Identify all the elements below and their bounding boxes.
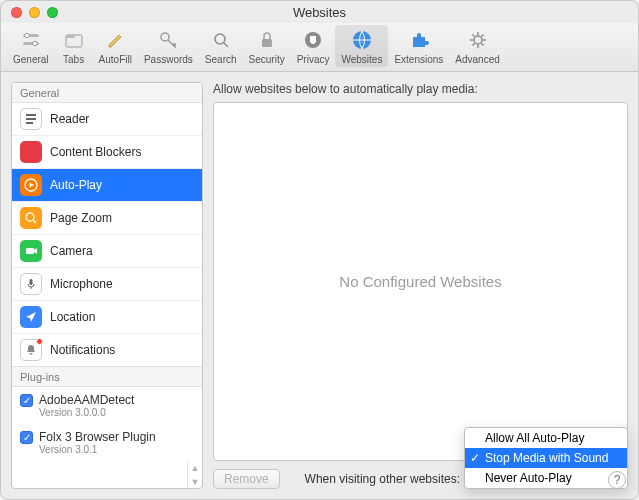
- toolbar-privacy[interactable]: Privacy: [291, 25, 336, 67]
- plugin-meta: AdobeAAMDetect Version 3.0.0.0: [39, 393, 134, 418]
- sidebar-item-label: Microphone: [50, 277, 113, 291]
- sidebar-item-label: Location: [50, 310, 95, 324]
- svg-rect-21: [30, 279, 33, 285]
- dropdown-option[interactable]: Allow All Auto-Play: [465, 428, 627, 448]
- configured-websites-list[interactable]: No Configured Websites: [213, 102, 628, 461]
- empty-state-text: No Configured Websites: [339, 273, 501, 290]
- toolbar-label: Websites: [341, 54, 382, 65]
- dropdown-option[interactable]: Never Auto-Play: [465, 468, 627, 488]
- svg-marker-22: [26, 312, 36, 322]
- plugin-version: Version 3.0.0.0: [39, 407, 134, 418]
- sidebar-item-camera[interactable]: Camera: [12, 235, 202, 268]
- toolbar-general[interactable]: General: [7, 25, 55, 67]
- sidebar-item-label: Page Zoom: [50, 211, 112, 225]
- svg-rect-12: [26, 114, 36, 116]
- toolbar-label: Extensions: [394, 54, 443, 65]
- toolbar-security[interactable]: Security: [243, 25, 291, 67]
- svg-rect-8: [262, 39, 272, 47]
- location-icon: [20, 306, 42, 328]
- plugin-version: Version 3.0.1: [39, 444, 156, 455]
- sidebar: General Reader Content Blockers Auto-Pla…: [11, 82, 203, 489]
- main-heading: Allow websites below to automatically pl…: [213, 82, 628, 96]
- microphone-icon: [20, 273, 42, 295]
- bell-icon: [20, 339, 42, 361]
- svg-marker-20: [34, 248, 37, 254]
- content-area: General Reader Content Blockers Auto-Pla…: [1, 72, 638, 499]
- sidebar-item-label: Auto-Play: [50, 178, 102, 192]
- svg-rect-14: [26, 122, 33, 124]
- sidebar-item-auto-play[interactable]: Auto-Play: [12, 169, 202, 202]
- plugin-meta: Folx 3 Browser Plugin Version 3.0.1: [39, 430, 156, 455]
- plugin-item[interactable]: ✓ AdobeAAMDetect Version 3.0.0.0: [12, 387, 202, 424]
- svg-marker-15: [25, 146, 37, 158]
- toolbar-websites[interactable]: Websites: [335, 25, 388, 67]
- svg-point-3: [33, 41, 37, 45]
- svg-marker-17: [30, 183, 35, 188]
- svg-rect-5: [66, 35, 75, 38]
- svg-point-6: [161, 33, 169, 41]
- zoom-window-button[interactable]: [47, 7, 58, 18]
- puzzle-icon: [406, 27, 432, 53]
- switches-icon: [18, 27, 44, 53]
- sidebar-item-label: Content Blockers: [50, 145, 141, 159]
- gear-icon: [465, 27, 491, 53]
- remove-button[interactable]: Remove: [213, 469, 280, 489]
- sidebar-item-location[interactable]: Location: [12, 301, 202, 334]
- svg-point-1: [25, 33, 29, 37]
- globe-icon: [349, 27, 375, 53]
- minimize-window-button[interactable]: [29, 7, 40, 18]
- plugin-item[interactable]: ✓ Folx 3 Browser Plugin Version 3.0.1: [12, 424, 202, 461]
- scroll-down-icon[interactable]: ▼: [191, 475, 200, 489]
- toolbar-label: Tabs: [63, 54, 84, 65]
- svg-point-11: [474, 36, 482, 44]
- sidebar-general-list: Reader Content Blockers Auto-Play Page Z…: [12, 103, 202, 366]
- svg-rect-19: [26, 248, 34, 254]
- toolbar-label: AutoFill: [99, 54, 132, 65]
- hand-icon: [300, 27, 326, 53]
- sidebar-scrollbar[interactable]: ▲ ▼: [187, 461, 202, 488]
- sidebar-item-reader[interactable]: Reader: [12, 103, 202, 136]
- toolbar: General Tabs AutoFill Passwords Search S…: [1, 23, 638, 72]
- play-icon: [20, 174, 42, 196]
- badge-dot-icon: [36, 338, 43, 345]
- sidebar-item-content-blockers[interactable]: Content Blockers: [12, 136, 202, 169]
- sidebar-item-label: Camera: [50, 244, 93, 258]
- sidebar-item-page-zoom[interactable]: Page Zoom: [12, 202, 202, 235]
- stop-icon: [20, 141, 42, 163]
- sidebar-item-microphone[interactable]: Microphone: [12, 268, 202, 301]
- toolbar-label: Advanced: [455, 54, 499, 65]
- other-websites-dropdown[interactable]: Allow All Auto-Play Stop Media with Soun…: [464, 427, 628, 489]
- toolbar-label: Privacy: [297, 54, 330, 65]
- toolbar-label: Search: [205, 54, 237, 65]
- scroll-up-icon[interactable]: ▲: [191, 461, 200, 475]
- bottom-controls: Remove When visiting other websites: All…: [213, 461, 628, 489]
- sidebar-item-label: Notifications: [50, 343, 115, 357]
- main-panel: Allow websites below to automatically pl…: [213, 82, 628, 489]
- toolbar-autofill[interactable]: AutoFill: [93, 25, 138, 67]
- sidebar-spacer: ▲ ▼: [12, 461, 202, 488]
- traffic-lights: [1, 7, 58, 18]
- dropdown-option-selected[interactable]: Stop Media with Sound: [465, 448, 627, 468]
- key-icon: [155, 27, 181, 53]
- svg-rect-13: [26, 118, 36, 120]
- toolbar-tabs[interactable]: Tabs: [55, 25, 93, 67]
- toolbar-advanced[interactable]: Advanced: [449, 25, 505, 67]
- toolbar-passwords[interactable]: Passwords: [138, 25, 199, 67]
- plugin-name: Folx 3 Browser Plugin: [39, 430, 156, 444]
- toolbar-label: General: [13, 54, 49, 65]
- plugin-checkbox[interactable]: ✓: [20, 394, 33, 407]
- tab-icon: [61, 27, 87, 53]
- help-button[interactable]: ?: [608, 471, 626, 489]
- toolbar-extensions[interactable]: Extensions: [388, 25, 449, 67]
- titlebar: Websites: [1, 1, 638, 23]
- reader-icon: [20, 108, 42, 130]
- zoom-icon: [20, 207, 42, 229]
- svg-point-7: [215, 34, 225, 44]
- plugin-checkbox[interactable]: ✓: [20, 431, 33, 444]
- toolbar-search[interactable]: Search: [199, 25, 243, 67]
- close-window-button[interactable]: [11, 7, 22, 18]
- plugin-name: AdobeAAMDetect: [39, 393, 134, 407]
- sidebar-item-notifications[interactable]: Notifications: [12, 334, 202, 366]
- camera-icon: [20, 240, 42, 262]
- lock-icon: [254, 27, 280, 53]
